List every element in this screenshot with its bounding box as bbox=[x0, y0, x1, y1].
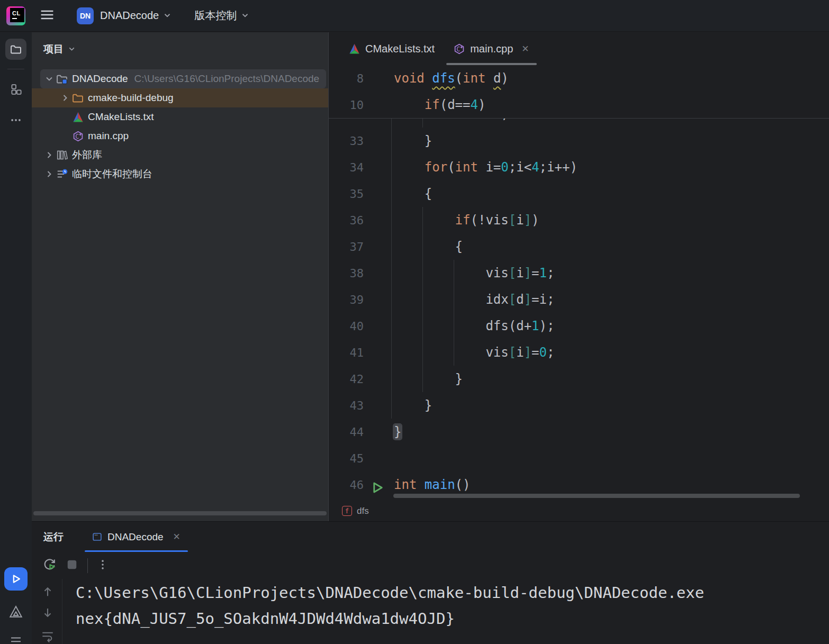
activity-bar bbox=[0, 32, 32, 644]
tree-horizontal-scrollbar[interactable] bbox=[33, 511, 327, 515]
run-tab-dnadecode[interactable]: DNADecode ✕ bbox=[85, 522, 188, 552]
play-icon bbox=[10, 573, 22, 585]
structure-toolwindow-button[interactable] bbox=[5, 79, 26, 100]
code-line-36[interactable]: 36 if(!vis[i]) bbox=[329, 207, 829, 233]
hamburger-menu-icon[interactable] bbox=[40, 7, 55, 24]
line-number: 41 bbox=[329, 340, 364, 366]
gutter[interactable]: 39 bbox=[329, 286, 394, 313]
line-number: 37 bbox=[329, 234, 364, 260]
editor-tab-bar: CMakeLists.txtCmain.cpp✕ bbox=[329, 32, 829, 65]
line-number: 36 bbox=[329, 207, 364, 234]
gutter[interactable]: 41 bbox=[329, 339, 394, 366]
line-number: 35 bbox=[329, 181, 364, 207]
tree-item-label: CMakeLists.txt bbox=[88, 111, 154, 123]
tree-item-main.cpp[interactable]: Cmain.cpp bbox=[32, 126, 328, 146]
folder-icon bbox=[72, 92, 84, 104]
code-line-42[interactable]: 42 } bbox=[329, 366, 829, 392]
line-number: 34 bbox=[329, 155, 364, 181]
code-line-43[interactable]: 43 } bbox=[329, 392, 829, 419]
project-folder-icon bbox=[56, 73, 68, 85]
line-number: 10 bbox=[329, 92, 364, 119]
gutter[interactable]: 37 bbox=[329, 233, 394, 260]
tree-item-cmake-build-debug[interactable]: cmake-build-debug bbox=[32, 88, 328, 107]
chevron-down-icon bbox=[163, 11, 172, 22]
chevron-right-icon bbox=[44, 150, 55, 160]
todo-toolwindow-button[interactable] bbox=[5, 631, 26, 644]
gutter[interactable]: 38 bbox=[329, 260, 394, 286]
more-icon bbox=[10, 114, 22, 126]
close-icon[interactable]: ✕ bbox=[173, 531, 181, 542]
project-badge[interactable]: DN bbox=[77, 7, 94, 24]
gutter[interactable]: 35 bbox=[329, 180, 394, 207]
close-icon[interactable]: ✕ bbox=[521, 43, 529, 55]
code-line-40[interactable]: 40 dfs(d+1); bbox=[329, 313, 829, 339]
svg-text:C: C bbox=[456, 46, 460, 53]
run-console-icon bbox=[92, 532, 102, 542]
line-number: 40 bbox=[329, 313, 364, 340]
scroll-down-icon[interactable] bbox=[41, 605, 55, 623]
run-console[interactable]: C:\Users\G16\CLionProjects\DNADecode\cma… bbox=[32, 579, 829, 644]
kebab-icon bbox=[97, 559, 109, 570]
code-line-44[interactable]: 44} bbox=[329, 419, 829, 445]
gutter[interactable]: 43 bbox=[329, 392, 394, 419]
editor-content[interactable]: 32 return; 33 }34 for(int i=0;i<4;i++)35… bbox=[329, 119, 829, 498]
clion-logo-icon[interactable]: CL bbox=[6, 6, 25, 25]
code-line-8[interactable]: 8void dfs(int d) bbox=[329, 65, 829, 92]
line-number: 44 bbox=[329, 419, 364, 446]
project-panel-title[interactable]: 项目 bbox=[43, 42, 64, 56]
cmake-toolwindow-button[interactable] bbox=[5, 601, 26, 622]
gutter[interactable]: 44 bbox=[329, 419, 394, 445]
soft-wrap-icon[interactable] bbox=[41, 629, 55, 644]
tree-item--[interactable]: 临时文件和控制台 bbox=[32, 165, 328, 184]
line-number: 46 bbox=[329, 472, 364, 498]
project-tree: DNADecodeC:\Users\G16\CLionProjects\DNAD… bbox=[32, 69, 328, 184]
gutter[interactable]: 33 bbox=[329, 128, 394, 154]
gutter[interactable]: 32 bbox=[329, 119, 394, 128]
tree-item-DNADecode[interactable]: DNADecodeC:\Users\G16\CLionProjects\DNAD… bbox=[40, 69, 326, 88]
indent-guide bbox=[422, 207, 423, 392]
breadcrumb-item[interactable]: dfs bbox=[357, 506, 369, 516]
svg-text:C: C bbox=[75, 133, 79, 140]
gutter[interactable]: 40 bbox=[329, 313, 394, 339]
gutter[interactable]: 8 bbox=[329, 65, 394, 92]
rerun-button[interactable] bbox=[42, 557, 57, 574]
code-line-34[interactable]: 34 for(int i=0;i<4;i++) bbox=[329, 154, 829, 180]
project-toolwindow-button[interactable] bbox=[5, 39, 26, 60]
tree-item--[interactable]: 外部库 bbox=[32, 146, 328, 165]
code-line-45[interactable]: 45 bbox=[329, 445, 829, 471]
gutter[interactable]: 45 bbox=[329, 445, 394, 471]
gutter[interactable]: 34 bbox=[329, 154, 394, 180]
gutter[interactable]: 42 bbox=[329, 366, 394, 392]
indent-guide bbox=[454, 260, 454, 366]
run-panel-title[interactable]: 运行 bbox=[43, 530, 64, 544]
gutter[interactable]: 36 bbox=[329, 207, 394, 233]
code-line-37[interactable]: 37 { bbox=[329, 233, 829, 260]
more-options-button[interactable] bbox=[97, 559, 109, 573]
code-line-38[interactable]: 38 vis[i]=1; bbox=[329, 260, 829, 286]
editor-tab-main.cpp[interactable]: Cmain.cpp✕ bbox=[444, 32, 538, 65]
project-badge-text: DN bbox=[80, 12, 91, 20]
gutter[interactable]: 10 bbox=[329, 92, 394, 118]
code-line-32[interactable]: 32 return; bbox=[329, 119, 829, 128]
structure-icon bbox=[10, 84, 22, 95]
code-line-10[interactable]: 10 if(d==4) bbox=[329, 92, 829, 118]
chevron-right-icon bbox=[60, 93, 70, 103]
editor-tab-CMakeLists.txt[interactable]: CMakeLists.txt bbox=[339, 32, 444, 65]
run-toolwindow-button[interactable] bbox=[4, 567, 28, 591]
stop-button[interactable] bbox=[66, 558, 78, 573]
project-selector[interactable]: DNADecode bbox=[100, 10, 159, 22]
code-line-39[interactable]: 39 idx[d]=i; bbox=[329, 286, 829, 313]
gutter[interactable]: 46 bbox=[329, 471, 394, 498]
more-toolwindows-button[interactable] bbox=[5, 110, 26, 131]
vcs-selector[interactable]: 版本控制 bbox=[194, 8, 237, 23]
editor-horizontal-scrollbar[interactable] bbox=[393, 494, 800, 498]
tree-item-CMakeLists.txt[interactable]: CMakeLists.txt bbox=[32, 107, 328, 126]
run-gutter-icon[interactable] bbox=[370, 477, 384, 504]
main-toolbar: CL DN DNADecode 版本控制 bbox=[0, 0, 829, 32]
scroll-up-icon[interactable] bbox=[41, 584, 55, 602]
cpp-file-icon: C bbox=[454, 43, 465, 55]
line-number: 8 bbox=[329, 66, 364, 92]
code-line-35[interactable]: 35 { bbox=[329, 180, 829, 207]
code-line-41[interactable]: 41 vis[i]=0; bbox=[329, 339, 829, 366]
code-line-33[interactable]: 33 } bbox=[329, 128, 829, 154]
